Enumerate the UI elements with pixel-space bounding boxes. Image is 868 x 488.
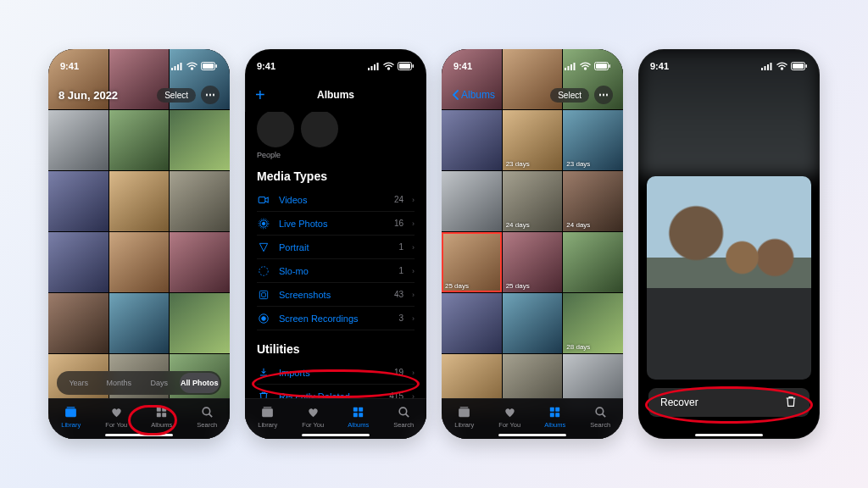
tab-label: For You xyxy=(498,421,520,429)
tab-search[interactable]: Search xyxy=(381,399,427,434)
photo-cell[interactable] xyxy=(442,171,502,231)
photo-cell[interactable]: 24 days xyxy=(503,171,563,231)
row-imports[interactable]: Imports 19 › xyxy=(257,361,415,385)
tab-library[interactable]: Library xyxy=(245,399,291,434)
row-count: 19 xyxy=(394,368,403,377)
svg-rect-36 xyxy=(359,413,363,417)
more-button[interactable]: ⋯ xyxy=(201,86,220,104)
photo-cell[interactable] xyxy=(109,293,170,353)
row-count: 3 xyxy=(398,313,403,323)
svg-line-38 xyxy=(405,413,409,417)
svg-rect-17 xyxy=(374,64,376,70)
select-button[interactable]: Select xyxy=(157,88,196,103)
tab-label: Library xyxy=(61,421,81,429)
seg-days[interactable]: Days xyxy=(139,373,180,393)
tab-for-you[interactable]: For You xyxy=(291,399,337,434)
svg-rect-28 xyxy=(262,292,266,297)
tab-albums[interactable]: Albums xyxy=(336,399,381,434)
photo-cell[interactable]: 23 days xyxy=(503,110,563,170)
delete-button[interactable] xyxy=(784,395,798,411)
photo-cell[interactable] xyxy=(170,110,230,170)
people-row[interactable] xyxy=(257,112,415,147)
home-indicator[interactable] xyxy=(302,434,370,437)
search-icon xyxy=(200,405,214,419)
tab-label: Library xyxy=(258,421,277,429)
row-live-photos[interactable]: Live Photos 16 › xyxy=(257,212,415,236)
days-remaining: 23 days xyxy=(566,160,590,168)
photo-cell[interactable]: 28 days xyxy=(563,293,623,353)
recording-icon xyxy=(257,313,270,324)
status-bar: 9:41 xyxy=(245,49,426,76)
library-icon xyxy=(260,405,275,419)
row-label: Screenshots xyxy=(279,290,386,300)
svg-rect-51 xyxy=(555,413,559,417)
photo-cell[interactable]: 25 days xyxy=(503,232,563,292)
tab-label: Albums xyxy=(544,421,565,429)
photo-cell[interactable] xyxy=(48,110,108,170)
photo-cell[interactable] xyxy=(48,232,108,292)
photo-cell[interactable] xyxy=(48,171,108,231)
photo-cell[interactable] xyxy=(442,293,502,353)
photo-cell[interactable] xyxy=(442,110,502,170)
svg-rect-10 xyxy=(162,407,166,411)
seg-all-photos[interactable]: All Photos xyxy=(180,373,220,393)
tab-label: Search xyxy=(590,421,610,429)
heart-icon xyxy=(503,405,517,419)
person-avatar[interactable] xyxy=(257,112,294,147)
tab-library[interactable]: Library xyxy=(442,399,487,434)
imports-icon xyxy=(257,367,270,379)
select-button[interactable]: Select xyxy=(550,88,589,103)
portrait-icon xyxy=(257,241,270,253)
tab-library[interactable]: Library xyxy=(48,399,94,434)
chevron-right-icon: › xyxy=(412,291,415,299)
photo-cell[interactable]: 24 days xyxy=(563,171,623,231)
tab-albums[interactable]: Albums xyxy=(532,399,578,434)
photo-cell[interactable] xyxy=(109,171,170,231)
albums-navbar: + Albums xyxy=(245,78,426,112)
photo-preview[interactable] xyxy=(647,176,811,380)
photo-cell[interactable] xyxy=(563,232,623,292)
photo-cell[interactable] xyxy=(109,110,170,170)
people-label: People xyxy=(257,151,415,159)
home-indicator[interactable] xyxy=(498,434,566,437)
row-label: Slo-mo xyxy=(279,266,390,276)
home-indicator[interactable] xyxy=(105,434,173,437)
svg-rect-33 xyxy=(353,407,358,411)
view-segmented-control[interactable]: Years Months Days All Photos xyxy=(57,371,221,395)
library-navbar: 8 Jun, 2022 Select ⋯ xyxy=(48,78,230,112)
phone-library: 9:41 8 Jun, 2022 Select ⋯ Years Months D… xyxy=(48,49,230,439)
photo-cell[interactable]: 23 days xyxy=(563,110,623,170)
recover-button[interactable]: Recover xyxy=(660,396,698,408)
svg-line-53 xyxy=(602,413,605,417)
row-count: 43 xyxy=(394,290,403,299)
home-indicator[interactable] xyxy=(695,434,763,437)
svg-rect-16 xyxy=(371,66,373,70)
photo-cell[interactable] xyxy=(170,171,230,231)
row-screen-recordings[interactable]: Screen Recordings 3 › xyxy=(257,307,415,330)
svg-rect-27 xyxy=(259,291,267,298)
row-screenshots[interactable]: Screenshots 43 › xyxy=(257,283,415,307)
tab-label: Albums xyxy=(151,421,172,429)
person-avatar[interactable] xyxy=(301,112,338,147)
tab-for-you[interactable]: For You xyxy=(487,399,533,434)
more-button[interactable]: ⋯ xyxy=(594,86,613,104)
seg-years[interactable]: Years xyxy=(58,373,99,393)
photo-cell-selected[interactable]: 25 days xyxy=(442,232,502,292)
svg-rect-7 xyxy=(65,408,76,417)
photo-cell[interactable] xyxy=(503,293,563,353)
seg-months[interactable]: Months xyxy=(99,373,140,393)
tab-albums[interactable]: Albums xyxy=(139,399,185,434)
row-portrait[interactable]: Portrait 1 › xyxy=(257,236,415,259)
tab-for-you[interactable]: For You xyxy=(94,399,140,434)
tab-search[interactable]: Search xyxy=(185,399,231,434)
albums-content[interactable]: People Media Types Videos 24 › Live Phot… xyxy=(245,112,426,439)
photo-cell[interactable] xyxy=(109,232,170,292)
tab-search[interactable]: Search xyxy=(578,399,624,434)
photo-cell[interactable] xyxy=(48,293,108,353)
photo-cell[interactable] xyxy=(170,232,230,292)
section-media-types: Media Types xyxy=(257,169,415,183)
back-button[interactable]: Albums xyxy=(452,89,495,101)
row-slo-mo[interactable]: Slo-mo 1 › xyxy=(257,259,415,283)
photo-cell[interactable] xyxy=(170,293,230,353)
row-videos[interactable]: Videos 24 › xyxy=(257,188,415,212)
